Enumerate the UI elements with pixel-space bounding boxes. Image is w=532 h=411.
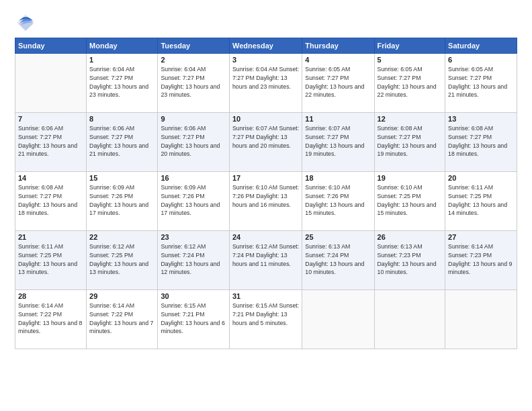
calendar-day-18: 18Sunrise: 6:10 AM Sunset: 7:26 PM Dayli… <box>302 172 374 231</box>
calendar-header-thursday: Thursday <box>302 38 374 54</box>
day-info: Sunrise: 6:13 AM Sunset: 7:24 PM Dayligh… <box>305 242 371 277</box>
calendar-header-wednesday: Wednesday <box>229 38 302 54</box>
calendar-day-26: 26Sunrise: 6:13 AM Sunset: 7:23 PM Dayli… <box>374 231 445 290</box>
calendar-week-row: 1Sunrise: 6:04 AM Sunset: 7:27 PM Daylig… <box>15 54 517 113</box>
calendar-empty-cell <box>302 290 374 349</box>
calendar-day-15: 15Sunrise: 6:09 AM Sunset: 7:26 PM Dayli… <box>87 172 158 231</box>
calendar-week-row: 14Sunrise: 6:08 AM Sunset: 7:27 PM Dayli… <box>15 172 517 231</box>
day-info: Sunrise: 6:09 AM Sunset: 7:26 PM Dayligh… <box>161 183 226 218</box>
calendar-day-8: 8Sunrise: 6:06 AM Sunset: 7:27 PM Daylig… <box>87 113 158 172</box>
day-info: Sunrise: 6:12 AM Sunset: 7:24 PM Dayligh… <box>232 242 299 268</box>
calendar-day-3: 3Sunrise: 6:04 AM Sunset: 7:27 PM Daylig… <box>229 54 302 113</box>
calendar-day-13: 13Sunrise: 6:08 AM Sunset: 7:27 PM Dayli… <box>445 113 517 172</box>
calendar-empty-cell <box>374 290 445 349</box>
day-number: 7 <box>18 115 83 123</box>
day-number: 30 <box>161 292 226 300</box>
day-info: Sunrise: 6:11 AM Sunset: 7:25 PM Dayligh… <box>18 242 83 277</box>
calendar-day-9: 9Sunrise: 6:06 AM Sunset: 7:27 PM Daylig… <box>158 113 230 172</box>
calendar-day-6: 6Sunrise: 6:05 AM Sunset: 7:27 PM Daylig… <box>445 54 517 113</box>
calendar-empty-cell <box>445 290 517 349</box>
calendar-day-24: 24Sunrise: 6:12 AM Sunset: 7:24 PM Dayli… <box>229 231 302 290</box>
day-number: 18 <box>305 174 371 182</box>
day-info: Sunrise: 6:05 AM Sunset: 7:27 PM Dayligh… <box>305 65 371 99</box>
day-number: 1 <box>89 56 154 64</box>
day-number: 25 <box>305 233 371 241</box>
calendar-day-28: 28Sunrise: 6:14 AM Sunset: 7:22 PM Dayli… <box>15 290 87 349</box>
day-number: 5 <box>378 56 443 64</box>
day-info: Sunrise: 6:09 AM Sunset: 7:26 PM Dayligh… <box>89 183 154 218</box>
day-info: Sunrise: 6:06 AM Sunset: 7:27 PM Dayligh… <box>161 124 226 158</box>
calendar-header-monday: Monday <box>87 38 158 54</box>
day-number: 4 <box>305 56 371 64</box>
calendar-day-31: 31Sunrise: 6:15 AM Sunset: 7:21 PM Dayli… <box>229 290 302 349</box>
day-number: 10 <box>232 115 299 123</box>
day-info: Sunrise: 6:08 AM Sunset: 7:27 PM Dayligh… <box>378 124 443 158</box>
calendar-week-row: 28Sunrise: 6:14 AM Sunset: 7:22 PM Dayli… <box>15 290 517 349</box>
calendar-day-16: 16Sunrise: 6:09 AM Sunset: 7:26 PM Dayli… <box>158 172 230 231</box>
calendar-header-tuesday: Tuesday <box>158 38 230 54</box>
calendar-day-23: 23Sunrise: 6:12 AM Sunset: 7:24 PM Dayli… <box>158 231 230 290</box>
day-number: 6 <box>448 56 514 64</box>
day-number: 16 <box>161 174 226 182</box>
day-info: Sunrise: 6:11 AM Sunset: 7:25 PM Dayligh… <box>448 183 514 218</box>
day-info: Sunrise: 6:07 AM Sunset: 7:27 PM Dayligh… <box>305 124 371 158</box>
day-number: 23 <box>161 233 226 241</box>
day-info: Sunrise: 6:15 AM Sunset: 7:21 PM Dayligh… <box>161 302 226 336</box>
day-info: Sunrise: 6:14 AM Sunset: 7:22 PM Dayligh… <box>89 302 154 336</box>
day-info: Sunrise: 6:04 AM Sunset: 7:27 PM Dayligh… <box>161 65 226 99</box>
day-number: 21 <box>18 233 83 241</box>
calendar-week-row: 7Sunrise: 6:06 AM Sunset: 7:27 PM Daylig… <box>15 113 517 172</box>
day-info: Sunrise: 6:07 AM Sunset: 7:27 PM Dayligh… <box>232 124 299 150</box>
day-number: 31 <box>232 292 299 300</box>
calendar-day-17: 17Sunrise: 6:10 AM Sunset: 7:26 PM Dayli… <box>229 172 302 231</box>
calendar-day-27: 27Sunrise: 6:14 AM Sunset: 7:23 PM Dayli… <box>445 231 517 290</box>
calendar-week-row: 21Sunrise: 6:11 AM Sunset: 7:25 PM Dayli… <box>15 231 517 290</box>
day-info: Sunrise: 6:14 AM Sunset: 7:22 PM Dayligh… <box>18 302 83 336</box>
calendar-day-21: 21Sunrise: 6:11 AM Sunset: 7:25 PM Dayli… <box>15 231 87 290</box>
calendar-empty-cell <box>15 54 87 113</box>
day-number: 2 <box>161 56 226 64</box>
calendar-header-saturday: Saturday <box>445 38 517 54</box>
calendar-day-11: 11Sunrise: 6:07 AM Sunset: 7:27 PM Dayli… <box>302 113 374 172</box>
calendar-day-2: 2Sunrise: 6:04 AM Sunset: 7:27 PM Daylig… <box>158 54 230 113</box>
day-number: 28 <box>18 292 83 300</box>
calendar-day-7: 7Sunrise: 6:06 AM Sunset: 7:27 PM Daylig… <box>15 113 87 172</box>
calendar-header-row: SundayMondayTuesdayWednesdayThursdayFrid… <box>15 38 517 54</box>
day-info: Sunrise: 6:06 AM Sunset: 7:27 PM Dayligh… <box>89 124 154 158</box>
calendar-day-29: 29Sunrise: 6:14 AM Sunset: 7:22 PM Dayli… <box>87 290 158 349</box>
day-info: Sunrise: 6:12 AM Sunset: 7:25 PM Dayligh… <box>89 242 154 277</box>
day-number: 20 <box>448 174 514 182</box>
day-info: Sunrise: 6:12 AM Sunset: 7:24 PM Dayligh… <box>161 242 226 277</box>
calendar-day-12: 12Sunrise: 6:08 AM Sunset: 7:27 PM Dayli… <box>374 113 445 172</box>
calendar-day-1: 1Sunrise: 6:04 AM Sunset: 7:27 PM Daylig… <box>87 54 158 113</box>
calendar-day-19: 19Sunrise: 6:10 AM Sunset: 7:25 PM Dayli… <box>374 172 445 231</box>
day-info: Sunrise: 6:15 AM Sunset: 7:21 PM Dayligh… <box>232 302 299 327</box>
calendar-header-friday: Friday <box>374 38 445 54</box>
day-info: Sunrise: 6:08 AM Sunset: 7:27 PM Dayligh… <box>18 183 83 218</box>
day-number: 14 <box>18 174 83 182</box>
day-info: Sunrise: 6:06 AM Sunset: 7:27 PM Dayligh… <box>18 124 83 158</box>
calendar-table: SundayMondayTuesdayWednesdayThursdayFrid… <box>15 38 517 349</box>
day-info: Sunrise: 6:04 AM Sunset: 7:27 PM Dayligh… <box>232 65 299 91</box>
day-info: Sunrise: 6:10 AM Sunset: 7:26 PM Dayligh… <box>232 183 299 209</box>
calendar-day-5: 5Sunrise: 6:05 AM Sunset: 7:27 PM Daylig… <box>374 54 445 113</box>
page: SundayMondayTuesdayWednesdayThursdayFrid… <box>0 0 532 411</box>
day-number: 13 <box>448 115 514 123</box>
calendar-day-30: 30Sunrise: 6:15 AM Sunset: 7:21 PM Dayli… <box>158 290 230 349</box>
calendar-header-sunday: Sunday <box>15 38 87 54</box>
calendar-day-4: 4Sunrise: 6:05 AM Sunset: 7:27 PM Daylig… <box>302 54 374 113</box>
day-info: Sunrise: 6:04 AM Sunset: 7:27 PM Dayligh… <box>89 65 154 99</box>
day-number: 27 <box>448 233 514 241</box>
day-number: 3 <box>232 56 299 64</box>
day-number: 24 <box>232 233 299 241</box>
calendar-day-20: 20Sunrise: 6:11 AM Sunset: 7:25 PM Dayli… <box>445 172 517 231</box>
day-number: 15 <box>89 174 154 182</box>
day-info: Sunrise: 6:08 AM Sunset: 7:27 PM Dayligh… <box>448 124 514 158</box>
day-number: 12 <box>378 115 443 123</box>
logo-icon <box>15 12 36 34</box>
day-info: Sunrise: 6:14 AM Sunset: 7:23 PM Dayligh… <box>448 242 514 277</box>
day-number: 22 <box>89 233 154 241</box>
calendar-day-25: 25Sunrise: 6:13 AM Sunset: 7:24 PM Dayli… <box>302 231 374 290</box>
day-number: 8 <box>89 115 154 123</box>
day-number: 29 <box>89 292 154 300</box>
